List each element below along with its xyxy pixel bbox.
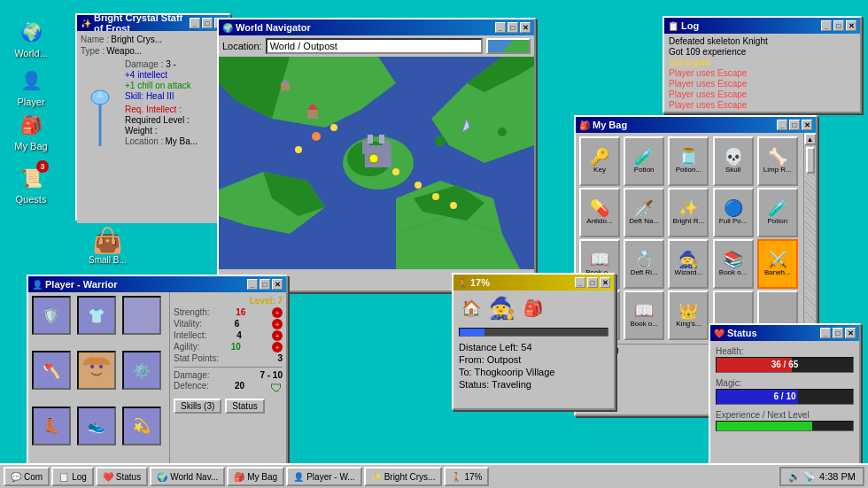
bag-item-bright-r[interactable]: ✨Bright R... <box>668 188 709 237</box>
taskbar-player-btn[interactable]: 👤 Player - W... <box>286 467 361 486</box>
bag-close-btn[interactable]: ✕ <box>802 120 812 130</box>
travel-dest-icon: 🎒 <box>521 296 546 321</box>
bag-item-potion2[interactable]: 🫙Potion... <box>668 136 709 186</box>
strength-add-btn[interactable]: + <box>272 307 283 318</box>
taskbar-icons-area: 🔊 📡 <box>788 471 816 483</box>
bag-item-book3[interactable]: 📖Book o... <box>624 290 664 340</box>
item-titlebar: ✨ Bright Crystal Staff of Frost _ □ ✕ <box>77 15 229 31</box>
taskbar-mybag-btn[interactable]: 🎒 My Bag <box>227 467 284 486</box>
bag-item-key[interactable]: 🔑Key <box>579 136 620 186</box>
vitality-add-btn[interactable]: + <box>272 319 283 329</box>
travel-status-row: Status: Traveling <box>459 379 608 390</box>
item-name-value: Bright Crys... <box>111 35 162 44</box>
player-slot-6[interactable]: ⚙️ <box>122 351 161 390</box>
world-icon[interactable]: 🌍 World... <box>4 18 58 58</box>
status-minimize-btn[interactable]: _ <box>820 328 831 338</box>
status-button[interactable]: Status <box>225 399 264 414</box>
player-maximize-btn[interactable]: □ <box>260 279 270 290</box>
bag-item-kings[interactable]: 👑King's... <box>668 290 709 340</box>
world-nav-close-btn[interactable]: ✕ <box>520 22 531 33</box>
com-icon: 💬 <box>11 472 21 482</box>
player-desktop-icon[interactable]: 👤 Player <box>4 66 58 107</box>
bag-item-potion3[interactable]: 🧪Potion <box>757 188 798 237</box>
svg-point-31 <box>267 176 276 185</box>
item-maximize-btn[interactable]: □ <box>202 18 213 28</box>
player-avatar <box>77 351 116 390</box>
svg-point-37 <box>90 365 94 368</box>
player-slot-7[interactable]: 👢 <box>32 407 71 445</box>
bag-item-potion1[interactable]: 🧪Potion <box>624 136 664 186</box>
player-slot-8[interactable]: 👟 <box>77 407 116 445</box>
bag-item-limb[interactable]: 🦴Limp R... <box>757 136 798 186</box>
svg-point-27 <box>295 146 302 153</box>
status-close-btn[interactable]: ✕ <box>845 328 856 338</box>
status-title-icon: ❤️ <box>714 329 725 338</box>
quests-icon-label: Quests <box>16 194 47 205</box>
player-slot-4[interactable]: 🪓 <box>32 351 71 390</box>
world-icon-label: World... <box>14 48 48 58</box>
item-damage-label: Damage : <box>125 59 163 69</box>
log-entry-3: Player uses Escape <box>669 68 856 78</box>
world-nav-maximize-btn[interactable]: □ <box>508 22 518 33</box>
taskbar-com-btn[interactable]: 💬 Com <box>4 467 50 486</box>
skills-button[interactable]: Skills (3) <box>174 399 221 414</box>
bag-item-skull[interactable]: 💀Skull <box>713 136 754 186</box>
vitality-row: Vitality: 6 + <box>174 319 283 329</box>
bag-item-antidote[interactable]: 💊Antido... <box>579 188 620 237</box>
bag-item-deft-nail[interactable]: 🗡️Deft Na... <box>624 188 664 237</box>
player-slot-1[interactable]: 🛡️ <box>32 296 71 335</box>
player-slot-9[interactable]: 💫 <box>122 407 161 445</box>
item-location-label: Location : <box>125 136 163 146</box>
item-minimize-btn[interactable]: _ <box>190 18 200 28</box>
bag-titlebar: 🎒 My Bag _ □ ✕ <box>576 117 816 133</box>
player-slot-2[interactable]: 👕 <box>77 296 116 335</box>
bag-item-baneh[interactable]: ⚔️Baneh... <box>757 239 798 289</box>
magic-label: Magic: <box>716 378 854 388</box>
intellect-add-btn[interactable]: + <box>272 330 283 341</box>
damage-row: Damage: 7 - 10 <box>174 370 283 380</box>
bag-scroll-thumb[interactable] <box>806 147 815 174</box>
world-nav-minimize-btn[interactable]: _ <box>495 22 506 33</box>
player-minimize-btn[interactable]: _ <box>247 279 258 290</box>
item-location-value: My Ba... <box>165 136 198 146</box>
bag-item-full-po[interactable]: 🔵Full Po... <box>713 188 754 237</box>
travel-close-btn[interactable]: ✕ <box>600 277 610 288</box>
agility-add-btn[interactable]: + <box>272 342 283 352</box>
bag-item-book2[interactable]: 📚Book o... <box>713 239 754 289</box>
taskbar-status-btn[interactable]: ❤️ Status <box>96 467 148 486</box>
log-minimize-btn[interactable]: _ <box>821 20 832 31</box>
mybag-desktop-icon[interactable]: 🎒 My Bag <box>4 111 58 151</box>
log-maximize-btn[interactable]: □ <box>833 20 844 31</box>
item-stats-area: Damage : 3 - +4 intellect +1 chill on at… <box>125 59 225 146</box>
player-title-left: 👤 Player - Warrior <box>32 279 118 290</box>
small-bag-label: Small B... <box>89 255 127 265</box>
bag-scroll-up-btn[interactable]: ▲ <box>804 133 817 145</box>
travel-minimize-btn[interactable]: _ <box>575 277 585 288</box>
map-area[interactable] <box>219 57 534 269</box>
player-slot-3[interactable] <box>122 296 161 335</box>
bag-minimize-btn[interactable]: _ <box>777 120 787 130</box>
bag-item-deft-ri[interactable]: 💍Deft Ri... <box>624 239 664 289</box>
taskbar-travel-btn[interactable]: 🚶 17% <box>444 467 489 486</box>
bag-icon: 🎒 <box>579 120 590 130</box>
world-nav-win-buttons: _ □ ✕ <box>495 22 531 33</box>
svg-point-24 <box>450 202 457 209</box>
player-stats-panel: Level: 7 Strength: 16 + Vitality: 6 + In… <box>170 292 286 463</box>
quests-desktop-icon[interactable]: 📜 3 Quests <box>4 164 58 205</box>
defence-shield-icon: 🛡 <box>270 381 283 395</box>
taskbar-log-btn[interactable]: 📋 Log <box>51 467 94 486</box>
travel-maximize-btn[interactable]: □ <box>587 277 598 288</box>
travel-from-row: From: Outpost <box>459 354 608 365</box>
bag-title-text: My Bag <box>593 120 627 130</box>
player-close-btn[interactable]: ✕ <box>272 279 283 290</box>
small-bag-icon[interactable]: 👜 Small B... <box>89 226 127 265</box>
log-close-btn[interactable]: ✕ <box>846 20 856 31</box>
log-entry-5: Player uses Escape <box>669 89 856 99</box>
status-maximize-btn[interactable]: □ <box>833 328 843 338</box>
bag-maximize-btn[interactable]: □ <box>789 120 800 130</box>
taskbar-bright-btn[interactable]: ✨ Bright Crys... <box>364 467 443 486</box>
log-content: Defeated skeleton Knight Got 109 experie… <box>664 34 860 113</box>
taskbar-worldnav-btn[interactable]: 🌍 World Nav... <box>150 467 225 486</box>
world-nav-location-input[interactable] <box>266 38 483 54</box>
bag-item-wizard[interactable]: 🧙Wizard... <box>668 239 709 289</box>
